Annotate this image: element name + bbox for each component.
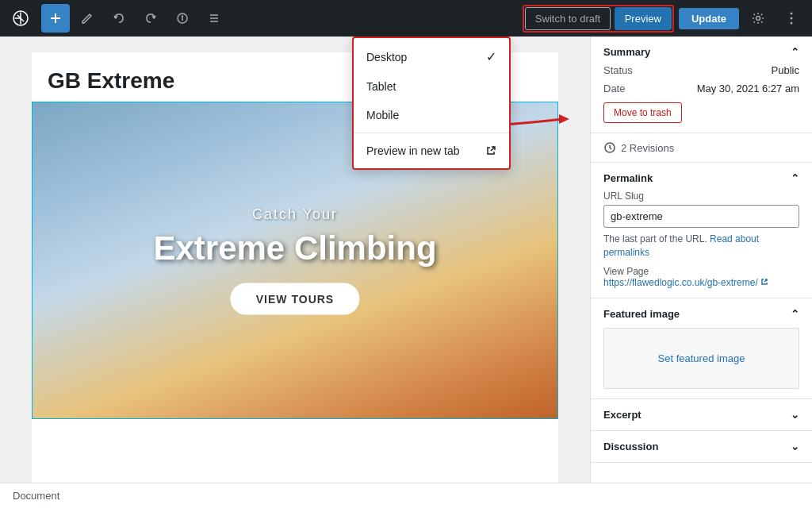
excerpt-title: Excerpt xyxy=(603,409,642,421)
discussion-section: Discussion ⌄ xyxy=(591,431,812,463)
tablet-option[interactable]: Tablet xyxy=(354,72,509,101)
svg-point-5 xyxy=(791,17,793,20)
excerpt-header[interactable]: Excerpt ⌄ xyxy=(603,409,799,421)
status-chevron-up-icon: ⌃ xyxy=(791,46,799,58)
set-featured-image-button[interactable]: Set featured image xyxy=(603,328,799,389)
desktop-option[interactable]: Desktop ✓ xyxy=(354,41,509,72)
url-slug-input[interactable] xyxy=(603,205,799,228)
undo-button[interactable] xyxy=(105,4,133,33)
preview-new-tab-label: Preview in new tab xyxy=(366,144,460,157)
sidebar: Summary ⌃ Status Public Date May 30, 202… xyxy=(590,37,812,483)
edit-button[interactable] xyxy=(73,4,102,33)
svg-point-6 xyxy=(791,22,793,25)
hero-cta-button[interactable]: VIEW TOURS xyxy=(231,283,359,315)
date-value: May 30, 2021 6:27 am xyxy=(697,83,799,94)
preview-button[interactable]: Preview xyxy=(615,7,672,30)
hero-subtitle: Catch Your xyxy=(153,206,436,223)
external-link-icon xyxy=(760,278,768,286)
list-view-button[interactable] xyxy=(200,4,228,33)
bottom-bar-label: Document xyxy=(13,490,59,502)
tablet-label: Tablet xyxy=(366,80,396,93)
wp-logo[interactable] xyxy=(6,4,35,33)
status-label: Status xyxy=(603,64,633,76)
new-tab-icon xyxy=(485,145,496,156)
date-label: Date xyxy=(603,83,625,94)
svg-point-2 xyxy=(182,16,183,17)
switch-to-draft-button[interactable]: Switch to draft xyxy=(525,7,611,30)
permalink-section: Permalink ⌃ URL Slug The last part of th… xyxy=(591,163,812,298)
info-button[interactable] xyxy=(168,4,197,33)
settings-button[interactable] xyxy=(744,4,772,33)
date-row: Date May 30, 2021 6:27 am xyxy=(603,83,799,94)
toolbar: Switch to draft Preview Update xyxy=(0,0,812,37)
status-section-title: Summary xyxy=(603,46,650,58)
revisions-label: 2 Revisions xyxy=(621,142,674,154)
status-section-header[interactable]: Summary ⌃ xyxy=(603,46,799,58)
svg-point-4 xyxy=(791,13,793,15)
move-to-trash-button[interactable]: Move to trash xyxy=(603,102,682,123)
svg-point-3 xyxy=(756,17,760,21)
discussion-chevron-down-icon: ⌄ xyxy=(791,441,799,452)
featured-image-title: Featured image xyxy=(603,308,680,320)
preview-new-tab-option[interactable]: Preview in new tab xyxy=(354,137,509,165)
hero-text: Catch Your Extreme Climbing VIEW TOURS xyxy=(153,206,436,315)
featured-chevron-up-icon: ⌃ xyxy=(791,308,799,320)
mobile-label: Mobile xyxy=(366,109,399,121)
revisions-row: 2 Revisions xyxy=(591,133,812,163)
preview-dropdown: Desktop ✓ Tablet Mobile Preview in new t… xyxy=(352,37,511,170)
permalink-chevron-up-icon: ⌃ xyxy=(791,172,799,184)
discussion-header[interactable]: Discussion ⌄ xyxy=(603,441,799,452)
view-page-link[interactable]: https://flawedlogic.co.uk/gb-extreme/ xyxy=(603,277,799,288)
more-options-button[interactable] xyxy=(777,4,806,33)
mobile-option[interactable]: Mobile xyxy=(354,101,509,129)
header-right: Switch to draft Preview Update xyxy=(523,4,806,33)
redo-button[interactable] xyxy=(136,4,165,33)
status-value: Public xyxy=(772,64,799,76)
permalink-title: Permalink xyxy=(603,172,653,184)
status-section: Summary ⌃ Status Public Date May 30, 202… xyxy=(591,37,812,133)
featured-image-section: Featured image ⌃ Set featured image xyxy=(591,298,812,399)
excerpt-section: Excerpt ⌄ xyxy=(591,399,812,431)
url-slug-label: URL Slug xyxy=(603,190,799,202)
view-page-label: View Page xyxy=(603,266,799,277)
hero-main-title: Extreme Climbing xyxy=(153,229,436,267)
bottom-bar: Document xyxy=(0,483,812,508)
check-icon: ✓ xyxy=(486,49,496,64)
update-button[interactable]: Update xyxy=(679,8,739,29)
add-block-button[interactable] xyxy=(41,4,70,33)
status-row: Status Public xyxy=(603,64,799,76)
clock-icon xyxy=(603,141,616,154)
dropdown-divider xyxy=(354,133,509,133)
discussion-title: Discussion xyxy=(603,441,658,452)
permalink-desc: The last part of the URL. Read about per… xyxy=(603,233,799,260)
featured-image-header[interactable]: Featured image ⌃ xyxy=(603,308,799,320)
permalink-header[interactable]: Permalink ⌃ xyxy=(603,172,799,184)
excerpt-chevron-down-icon: ⌄ xyxy=(791,409,799,421)
desktop-label: Desktop xyxy=(366,51,407,64)
